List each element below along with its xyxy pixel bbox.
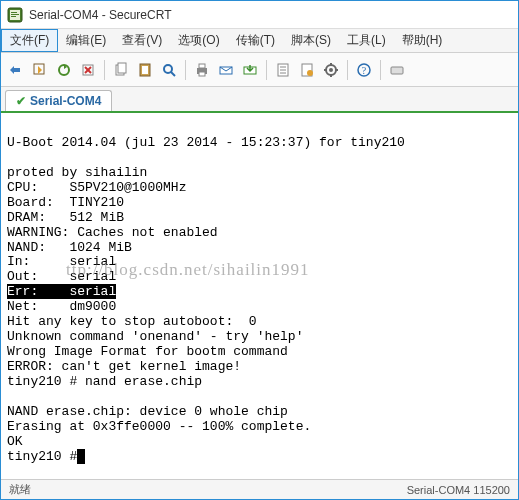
menu-script[interactable]: 脚本(S): [283, 29, 339, 52]
properties-icon[interactable]: [272, 59, 294, 81]
toolbar-separator: [266, 60, 267, 80]
svg-rect-4: [11, 16, 16, 17]
term-line: WARNING: Caches not enabled: [7, 225, 218, 240]
term-line: Hit any key to stop autoboot: 0: [7, 314, 257, 329]
connect-icon[interactable]: [5, 59, 27, 81]
toolbar: ?: [1, 53, 518, 87]
status-bar: 就绪 Serial-COM4 115200: [1, 479, 518, 499]
quick-connect-icon[interactable]: [29, 59, 51, 81]
svg-rect-18: [199, 72, 205, 76]
menu-tools[interactable]: 工具(L): [339, 29, 394, 52]
term-line: CPU: S5PV210@1000MHz: [7, 180, 186, 195]
help-icon[interactable]: ?: [353, 59, 375, 81]
menu-bar: 文件(F) 编辑(E) 查看(V) 选项(O) 传输(T) 脚本(S) 工具(L…: [1, 29, 518, 53]
receive-icon[interactable]: [239, 59, 261, 81]
print-icon[interactable]: [191, 59, 213, 81]
find-icon[interactable]: [158, 59, 180, 81]
term-line: ERROR: can't get kernel image!: [7, 359, 241, 374]
menu-options[interactable]: 选项(O): [170, 29, 227, 52]
svg-text:?: ?: [362, 65, 367, 76]
term-line: Erasing at 0x3ffe0000 -- 100% complete.: [7, 419, 311, 434]
svg-point-26: [307, 70, 313, 76]
svg-rect-35: [391, 67, 403, 74]
term-line: OK: [7, 434, 23, 449]
term-line: DRAM: 512 MiB: [7, 210, 124, 225]
term-line: Wrong Image Format for bootm command: [7, 344, 288, 359]
term-line: U-Boot 2014.04 (jul 23 2014 - 15:23:37) …: [7, 135, 405, 150]
svg-rect-11: [118, 63, 126, 73]
session-tab[interactable]: ✔ Serial-COM4: [5, 90, 112, 111]
toolbar-separator: [347, 60, 348, 80]
term-line-highlight: [77, 449, 85, 464]
app-icon: [7, 7, 23, 23]
menu-transfer[interactable]: 传输(T): [228, 29, 283, 52]
term-line: Net: dm9000: [7, 299, 116, 314]
status-right: Serial-COM4 115200: [407, 484, 510, 496]
tab-label: Serial-COM4: [30, 94, 101, 108]
log-icon[interactable]: [296, 59, 318, 81]
menu-edit[interactable]: 编辑(E): [58, 29, 114, 52]
toolbar-separator: [104, 60, 105, 80]
copy-icon[interactable]: [110, 59, 132, 81]
svg-point-14: [164, 65, 172, 73]
svg-point-28: [329, 68, 333, 72]
send-icon[interactable]: [215, 59, 237, 81]
status-left: 就绪: [9, 482, 31, 497]
terminal-pane[interactable]: U-Boot 2014.04 (jul 23 2014 - 15:23:37) …: [1, 113, 518, 473]
term-line: Unknown command 'onenand' - try 'help': [7, 329, 303, 344]
svg-rect-2: [11, 12, 17, 13]
reconnect-icon[interactable]: [53, 59, 75, 81]
term-line: proted by sihailin: [7, 165, 147, 180]
keyboard-icon[interactable]: [386, 59, 408, 81]
window-title: Serial-COM4 - SecureCRT: [29, 8, 171, 22]
menu-file[interactable]: 文件(F): [1, 29, 58, 52]
disconnect-icon[interactable]: [77, 59, 99, 81]
term-line: NAND erase.chip: device 0 whole chip: [7, 404, 288, 419]
term-line: tiny210 # nand erase.chip: [7, 374, 202, 389]
menu-view[interactable]: 查看(V): [114, 29, 170, 52]
term-line: Out: serial: [7, 269, 116, 284]
svg-rect-17: [199, 64, 205, 68]
term-line: In: serial: [7, 254, 116, 269]
term-line: Board: TINY210: [7, 195, 124, 210]
term-line: NAND: 1024 MiB: [7, 240, 132, 255]
svg-rect-3: [11, 14, 19, 15]
paste-icon[interactable]: [134, 59, 156, 81]
term-line: tiny210 #: [7, 449, 77, 464]
menu-help[interactable]: 帮助(H): [394, 29, 451, 52]
check-icon: ✔: [16, 94, 26, 108]
toolbar-separator: [185, 60, 186, 80]
svg-line-15: [171, 72, 175, 76]
options-icon[interactable]: [320, 59, 342, 81]
tab-bar: ✔ Serial-COM4: [1, 87, 518, 113]
title-bar: Serial-COM4 - SecureCRT: [1, 1, 518, 29]
term-line-highlight: Err: serial: [7, 284, 116, 299]
toolbar-separator: [380, 60, 381, 80]
svg-rect-13: [142, 66, 148, 74]
